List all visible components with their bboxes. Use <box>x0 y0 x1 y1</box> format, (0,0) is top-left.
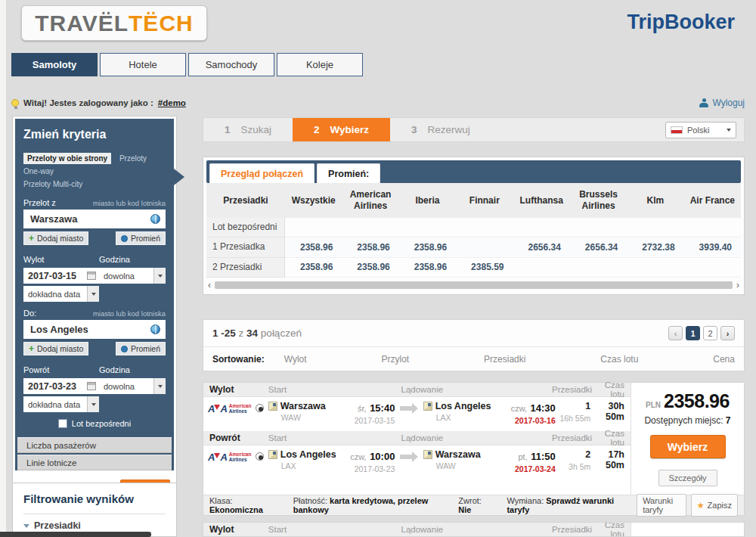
tab-radius[interactable]: Promień: <box>317 163 380 183</box>
matrix-price-cell[interactable] <box>456 237 513 257</box>
matrix-col-header: Przesiadki <box>206 183 285 218</box>
airlines-accordion[interactable]: Linie lotnicze <box>17 455 172 470</box>
tab-samoloty[interactable]: Samoloty <box>11 53 98 76</box>
sort-by-price[interactable]: Cena <box>713 354 735 365</box>
matrix-price-cell[interactable]: 3939.40 <box>684 237 741 257</box>
matrix-price-cell[interactable] <box>399 218 456 237</box>
page-1-button[interactable]: 1 <box>686 326 700 340</box>
passengers-accordion[interactable]: Liczba pasażerów <box>17 437 172 453</box>
outbound-to-code: LAX <box>436 413 497 422</box>
return-time-select[interactable]: dowolna <box>99 378 166 394</box>
matrix-price-cell[interactable] <box>570 218 627 237</box>
radius-button[interactable]: Promień <box>116 231 166 245</box>
outbound-radio-selected[interactable] <box>256 404 264 412</box>
matrix-price-cell[interactable] <box>456 218 513 237</box>
matrix-price-cell[interactable] <box>627 258 683 278</box>
sorting-options: Wylot Przylot Przesiadki Czas lotu Cena <box>284 354 735 365</box>
sort-by-stops[interactable]: Przesiadki <box>484 354 525 365</box>
return-from-code: LAX <box>281 461 342 470</box>
matrix-price-cell[interactable]: 2732.38 <box>627 237 683 257</box>
radius-button[interactable]: Promień <box>116 342 166 355</box>
return-stop-time: 3h 5m <box>556 462 591 471</box>
scroll-right-icon[interactable]: › <box>736 281 739 290</box>
step-label: Wybierz <box>330 124 370 135</box>
matrix-row-label: 2 Przesiadki <box>206 258 285 278</box>
step-select[interactable]: 2 Wybierz <box>293 118 390 141</box>
add-city-button[interactable]: + Dodaj miasto <box>23 342 88 355</box>
return-stops-count: 2 <box>556 449 591 460</box>
globe-icon <box>121 235 128 242</box>
return-date-value: 2017-03-23 <box>28 381 87 392</box>
page-2-button[interactable]: 2 <box>703 326 717 340</box>
filter-stops-toggle[interactable]: Przesiadki <box>23 520 166 531</box>
tab-connections-overview[interactable]: Przegląd połączeń <box>209 163 314 183</box>
details-button[interactable]: Szczegóły <box>658 470 717 486</box>
matrix-price-cell[interactable] <box>627 218 683 237</box>
page-next-button[interactable]: › <box>720 326 735 340</box>
matrix-price-cell[interactable] <box>684 218 741 237</box>
matrix-price-cell[interactable]: 2358.96 <box>285 237 342 257</box>
logged-user-link[interactable]: #demo <box>158 98 186 107</box>
select-flight-button[interactable]: Wybierz <box>650 435 726 458</box>
return-date-input[interactable]: 2017-03-23 <box>23 378 99 394</box>
horizontal-scrollbar-thumb[interactable] <box>0 532 151 537</box>
from-city-input[interactable]: Warszawa <box>23 210 166 228</box>
tab-koleje[interactable]: Koleje <box>277 53 363 76</box>
airline-name-2: Airlines <box>229 458 252 463</box>
results-panel: 1 -25 z 34 połączeń ‹ 1 2 › Sortowanie: … <box>203 319 745 371</box>
depart-date-input[interactable]: 2017-03-15 <box>23 268 99 284</box>
criteria-form: Zmień kryteria Przeloty w obie strony Pr… <box>15 119 174 470</box>
save-button[interactable]: ★ Zapisz <box>691 494 738 517</box>
sort-by-duration[interactable]: Czas lotu <box>600 354 638 365</box>
sort-by-arrival[interactable]: Przylot <box>381 354 409 365</box>
city-map-icon <box>423 450 432 459</box>
matrix-price-cell[interactable] <box>570 258 627 278</box>
matrix-price-cell[interactable]: 2358.96 <box>285 258 342 278</box>
matrix-price-cell[interactable] <box>285 218 342 237</box>
page-prev-button[interactable]: ‹ <box>668 326 683 340</box>
return-exact-date-select[interactable]: dokładna data <box>23 396 99 412</box>
outbound-from-city: Warszawa <box>280 401 326 411</box>
matrix-col-header: Finnair <box>456 183 513 218</box>
language-dropdown[interactable]: Polski <box>665 122 736 138</box>
matrix-price-cell[interactable] <box>513 258 570 278</box>
logout-button[interactable]: Wyloguj <box>699 98 745 108</box>
matrix-row-2stops: 2 Przesiadki 2358.96 2358.96 2358.96 238… <box>206 258 741 278</box>
matrix-price-cell[interactable]: 2358.96 <box>342 258 398 278</box>
fare-exchange-link[interactable]: Wymiana: Sprawdź warunki taryfy <box>507 496 621 514</box>
matrix-price-cell[interactable]: 2385.59 <box>456 258 513 278</box>
depart-exact-date-select[interactable]: dokładna data <box>23 286 99 302</box>
matrix-price-cell[interactable]: 2358.96 <box>342 237 398 257</box>
scrollbar-thumb[interactable] <box>215 281 733 289</box>
depart-time-select[interactable]: dowolna <box>99 268 166 284</box>
calendar-icon[interactable] <box>87 382 96 390</box>
trip-type-roundtrip[interactable]: Przeloty w obie strony <box>23 153 111 164</box>
sort-by-departure[interactable]: Wylot <box>284 354 307 365</box>
fare-conditions-button[interactable]: Warunki taryfy <box>637 494 686 517</box>
matrix-price-cell[interactable]: 2358.96 <box>399 258 456 278</box>
to-city-input[interactable]: Los Angeles <box>23 320 166 339</box>
matrix-price-cell[interactable] <box>513 218 570 237</box>
calendar-icon[interactable] <box>87 272 96 280</box>
to-city-value: Los Angeles <box>30 324 150 335</box>
outbound-stops-count: 1 <box>556 401 591 411</box>
tab-hotele[interactable]: Hotele <box>100 53 186 76</box>
step-book[interactable]: 3 Rezerwuj <box>390 118 491 141</box>
matrix-price-cell[interactable] <box>684 258 741 278</box>
trip-type-multicity[interactable]: Przeloty Multi-city <box>23 180 82 188</box>
add-city-button[interactable]: + Dodaj miasto <box>23 231 88 245</box>
matrix-price-cell[interactable]: 2358.96 <box>399 237 456 257</box>
step-search[interactable]: 1 Szukaj <box>203 118 293 141</box>
matrix-price-cell[interactable]: 2656.34 <box>570 237 627 257</box>
tab-samochody[interactable]: Samochody <box>188 53 274 76</box>
direct-flight-checkbox[interactable] <box>58 419 67 428</box>
poland-flag-icon <box>671 126 683 134</box>
matrix-price-cell[interactable] <box>342 218 398 237</box>
step-number: 1 <box>225 124 231 135</box>
chevron-down-icon <box>87 396 99 412</box>
duration-label: Czas lotu <box>591 522 631 537</box>
return-radio-selected[interactable] <box>256 452 264 461</box>
stops-label: Przesiadki <box>552 525 591 534</box>
scroll-left-icon[interactable]: ‹ <box>208 281 211 290</box>
matrix-price-cell[interactable]: 2656.34 <box>513 237 570 257</box>
